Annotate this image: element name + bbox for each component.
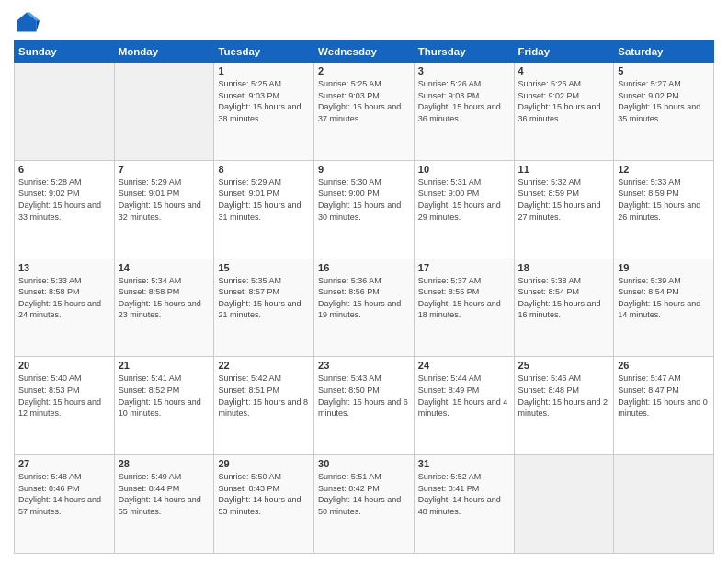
cell-info: Sunrise: 5:26 AMSunset: 9:03 PMDaylight:… xyxy=(418,78,510,124)
calendar-cell: 24Sunrise: 5:44 AMSunset: 8:49 PMDayligh… xyxy=(414,357,514,455)
cell-info: Sunrise: 5:49 AMSunset: 8:44 PMDaylight:… xyxy=(119,471,210,517)
cell-info: Sunrise: 5:51 AMSunset: 8:42 PMDaylight:… xyxy=(318,471,410,517)
cell-info: Sunrise: 5:33 AMSunset: 8:58 PMDaylight:… xyxy=(18,275,110,321)
cell-info: Sunrise: 5:36 AMSunset: 8:56 PMDaylight:… xyxy=(318,275,410,321)
calendar-cell: 7Sunrise: 5:29 AMSunset: 9:01 PMDaylight… xyxy=(114,160,214,259)
cell-info: Sunrise: 5:46 AMSunset: 8:48 PMDaylight:… xyxy=(518,373,610,419)
calendar-cell: 16Sunrise: 5:36 AMSunset: 8:56 PMDayligh… xyxy=(314,259,415,357)
weekday-wednesday: Wednesday xyxy=(314,41,415,63)
calendar-cell: 8Sunrise: 5:29 AMSunset: 9:01 PMDaylight… xyxy=(214,160,314,259)
cell-info: Sunrise: 5:28 AMSunset: 9:02 PMDaylight:… xyxy=(18,177,110,223)
day-number: 4 xyxy=(518,65,610,76)
cell-info: Sunrise: 5:39 AMSunset: 8:54 PMDaylight:… xyxy=(618,275,710,321)
weekday-sunday: Sunday xyxy=(15,41,115,63)
day-number: 16 xyxy=(318,262,410,273)
calendar-body: 1Sunrise: 5:25 AMSunset: 9:03 PMDaylight… xyxy=(15,63,714,554)
calendar-cell: 28Sunrise: 5:49 AMSunset: 8:44 PMDayligh… xyxy=(114,455,214,554)
calendar-cell: 14Sunrise: 5:34 AMSunset: 8:58 PMDayligh… xyxy=(114,259,214,357)
calendar-cell: 6Sunrise: 5:28 AMSunset: 9:02 PMDaylight… xyxy=(15,160,115,259)
day-number: 14 xyxy=(119,262,210,273)
calendar-cell: 26Sunrise: 5:47 AMSunset: 8:47 PMDayligh… xyxy=(614,357,714,455)
cell-info: Sunrise: 5:33 AMSunset: 8:59 PMDaylight:… xyxy=(618,177,710,223)
cell-info: Sunrise: 5:37 AMSunset: 8:55 PMDaylight:… xyxy=(418,275,510,321)
cell-info: Sunrise: 5:48 AMSunset: 8:46 PMDaylight:… xyxy=(18,471,110,517)
cell-info: Sunrise: 5:50 AMSunset: 8:43 PMDaylight:… xyxy=(218,471,310,517)
day-number: 6 xyxy=(18,164,110,175)
cell-info: Sunrise: 5:47 AMSunset: 8:47 PMDaylight:… xyxy=(618,373,710,419)
cell-info: Sunrise: 5:30 AMSunset: 9:00 PMDaylight:… xyxy=(318,177,410,223)
day-number: 31 xyxy=(418,458,510,469)
day-number: 13 xyxy=(18,262,110,273)
cell-info: Sunrise: 5:38 AMSunset: 8:54 PMDaylight:… xyxy=(518,275,610,321)
day-number: 10 xyxy=(418,164,510,175)
calendar-cell: 17Sunrise: 5:37 AMSunset: 8:55 PMDayligh… xyxy=(414,259,514,357)
cell-info: Sunrise: 5:25 AMSunset: 9:03 PMDaylight:… xyxy=(218,78,310,124)
calendar-cell: 30Sunrise: 5:51 AMSunset: 8:42 PMDayligh… xyxy=(314,455,415,554)
day-number: 1 xyxy=(218,65,310,76)
day-number: 25 xyxy=(518,360,610,371)
calendar-cell: 20Sunrise: 5:40 AMSunset: 8:53 PMDayligh… xyxy=(15,357,115,455)
day-number: 29 xyxy=(218,458,310,469)
calendar-cell: 3Sunrise: 5:26 AMSunset: 9:03 PMDaylight… xyxy=(414,63,514,161)
svg-marker-2 xyxy=(37,20,40,31)
cell-info: Sunrise: 5:32 AMSunset: 8:59 PMDaylight:… xyxy=(518,177,610,223)
calendar-cell: 15Sunrise: 5:35 AMSunset: 8:57 PMDayligh… xyxy=(214,259,314,357)
cell-info: Sunrise: 5:29 AMSunset: 9:01 PMDaylight:… xyxy=(218,177,310,223)
cell-info: Sunrise: 5:35 AMSunset: 8:57 PMDaylight:… xyxy=(218,275,310,321)
day-number: 26 xyxy=(618,360,710,371)
logo xyxy=(14,9,43,35)
cell-info: Sunrise: 5:31 AMSunset: 9:00 PMDaylight:… xyxy=(418,177,510,223)
day-number: 20 xyxy=(18,360,110,371)
calendar-cell: 19Sunrise: 5:39 AMSunset: 8:54 PMDayligh… xyxy=(614,259,714,357)
weekday-monday: Monday xyxy=(114,41,214,63)
day-number: 27 xyxy=(18,458,110,469)
calendar-cell xyxy=(614,455,714,554)
svg-marker-0 xyxy=(17,13,37,32)
day-number: 8 xyxy=(218,164,310,175)
cell-info: Sunrise: 5:43 AMSunset: 8:50 PMDaylight:… xyxy=(318,373,410,419)
calendar-cell: 1Sunrise: 5:25 AMSunset: 9:03 PMDaylight… xyxy=(214,63,314,161)
calendar-table: SundayMondayTuesdayWednesdayThursdayFrid… xyxy=(14,40,714,554)
day-number: 11 xyxy=(518,164,610,175)
calendar-cell xyxy=(114,63,214,161)
day-number: 24 xyxy=(418,360,510,371)
week-row-5: 27Sunrise: 5:48 AMSunset: 8:46 PMDayligh… xyxy=(15,455,714,554)
day-number: 15 xyxy=(218,262,310,273)
day-number: 2 xyxy=(318,65,410,76)
weekday-tuesday: Tuesday xyxy=(214,41,314,63)
day-number: 28 xyxy=(119,458,210,469)
header xyxy=(14,9,714,35)
cell-info: Sunrise: 5:34 AMSunset: 8:58 PMDaylight:… xyxy=(119,275,210,321)
calendar-cell: 13Sunrise: 5:33 AMSunset: 8:58 PMDayligh… xyxy=(15,259,115,357)
day-number: 23 xyxy=(318,360,410,371)
day-number: 21 xyxy=(119,360,210,371)
calendar-cell: 2Sunrise: 5:25 AMSunset: 9:03 PMDaylight… xyxy=(314,63,415,161)
calendar-cell: 11Sunrise: 5:32 AMSunset: 8:59 PMDayligh… xyxy=(514,160,614,259)
calendar-cell: 9Sunrise: 5:30 AMSunset: 9:00 PMDaylight… xyxy=(314,160,415,259)
calendar-cell: 31Sunrise: 5:52 AMSunset: 8:41 PMDayligh… xyxy=(414,455,514,554)
day-number: 30 xyxy=(318,458,410,469)
calendar-cell: 25Sunrise: 5:46 AMSunset: 8:48 PMDayligh… xyxy=(514,357,614,455)
calendar-cell: 12Sunrise: 5:33 AMSunset: 8:59 PMDayligh… xyxy=(614,160,714,259)
week-row-1: 1Sunrise: 5:25 AMSunset: 9:03 PMDaylight… xyxy=(15,63,714,161)
day-number: 12 xyxy=(618,164,710,175)
weekday-header-row: SundayMondayTuesdayWednesdayThursdayFrid… xyxy=(15,41,714,63)
calendar-cell: 27Sunrise: 5:48 AMSunset: 8:46 PMDayligh… xyxy=(15,455,115,554)
calendar-cell: 4Sunrise: 5:26 AMSunset: 9:02 PMDaylight… xyxy=(514,63,614,161)
day-number: 19 xyxy=(618,262,710,273)
cell-info: Sunrise: 5:41 AMSunset: 8:52 PMDaylight:… xyxy=(119,373,210,419)
day-number: 3 xyxy=(418,65,510,76)
cell-info: Sunrise: 5:44 AMSunset: 8:49 PMDaylight:… xyxy=(418,373,510,419)
day-number: 17 xyxy=(418,262,510,273)
day-number: 7 xyxy=(119,164,210,175)
cell-info: Sunrise: 5:29 AMSunset: 9:01 PMDaylight:… xyxy=(119,177,210,223)
calendar-cell: 18Sunrise: 5:38 AMSunset: 8:54 PMDayligh… xyxy=(514,259,614,357)
calendar-cell: 23Sunrise: 5:43 AMSunset: 8:50 PMDayligh… xyxy=(314,357,415,455)
day-number: 5 xyxy=(618,65,710,76)
cell-info: Sunrise: 5:26 AMSunset: 9:02 PMDaylight:… xyxy=(518,78,610,124)
cell-info: Sunrise: 5:27 AMSunset: 9:02 PMDaylight:… xyxy=(618,78,710,124)
calendar-cell: 10Sunrise: 5:31 AMSunset: 9:00 PMDayligh… xyxy=(414,160,514,259)
page: SundayMondayTuesdayWednesdayThursdayFrid… xyxy=(0,0,728,563)
calendar-cell: 29Sunrise: 5:50 AMSunset: 8:43 PMDayligh… xyxy=(214,455,314,554)
weekday-saturday: Saturday xyxy=(614,41,714,63)
